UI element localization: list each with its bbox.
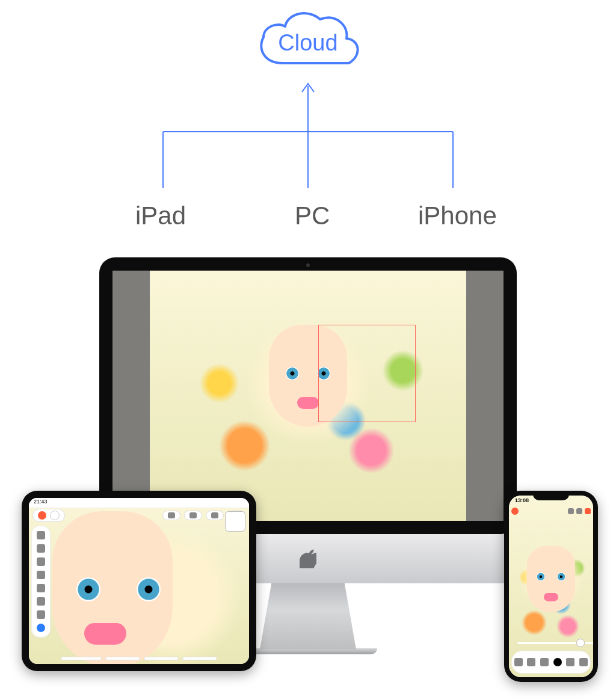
bottom-pill[interactable] xyxy=(182,657,217,660)
pc-stand xyxy=(260,583,356,649)
ipad-canvas xyxy=(29,498,249,664)
bottom-pill[interactable] xyxy=(105,657,140,660)
eraser-tool-icon[interactable] xyxy=(37,584,45,592)
pc-canvas xyxy=(150,271,466,521)
fill-tool-icon[interactable] xyxy=(37,597,45,606)
ipad-mockup: 21:43 xyxy=(22,491,256,671)
iphone-canvas xyxy=(509,496,593,677)
redo-icon xyxy=(189,512,197,518)
connector-lines xyxy=(139,75,477,195)
ipad-status-bar: 21:43 xyxy=(29,498,249,508)
ipad-time: 21:43 xyxy=(34,499,48,505)
ipad-tool-rail xyxy=(31,526,51,637)
redo-button[interactable] xyxy=(184,511,202,520)
brush-size-slider[interactable] xyxy=(517,639,585,647)
undo-icon xyxy=(168,512,175,518)
move-tool-icon[interactable] xyxy=(37,531,45,539)
apple-logo-icon xyxy=(300,549,316,568)
tool-icon[interactable] xyxy=(514,658,523,666)
selection-rectangle[interactable] xyxy=(318,325,416,422)
label-iphone: iPhone xyxy=(418,201,497,230)
ipad-toolbar xyxy=(32,509,245,522)
ipad-right-panel xyxy=(225,511,245,532)
layers-icon xyxy=(211,512,218,518)
color-swatch-icon xyxy=(38,511,46,520)
tool-icon[interactable] xyxy=(566,658,574,666)
iphone-time: 13:08 xyxy=(515,497,529,503)
select-tool-icon[interactable] xyxy=(37,544,45,553)
redo-icon[interactable] xyxy=(576,508,582,514)
layers-button[interactable] xyxy=(206,511,224,520)
bottom-pill[interactable] xyxy=(61,657,102,660)
iphone-bottom-toolbar xyxy=(511,651,591,674)
undo-button[interactable] xyxy=(162,511,180,520)
layer-thumbnail[interactable] xyxy=(225,511,245,532)
iphone-screen: 13:08 xyxy=(509,496,593,677)
ipad-screen: 21:43 xyxy=(29,498,249,664)
color-swatch-icon xyxy=(50,511,60,520)
iphone-mockup: 13:08 xyxy=(504,491,598,682)
iphone-top-toolbar xyxy=(511,508,591,515)
text-tool-icon[interactable] xyxy=(37,610,45,619)
tool-icon[interactable] xyxy=(579,658,588,666)
color-swatch-icon[interactable] xyxy=(511,508,519,515)
cloud-icon xyxy=(253,6,363,72)
layers-icon[interactable] xyxy=(585,508,591,514)
bottom-pill[interactable] xyxy=(144,657,179,660)
iphone-status-bar: 13:08 xyxy=(509,496,593,506)
artwork-face xyxy=(52,511,173,664)
crop-tool-icon[interactable] xyxy=(37,557,45,566)
cloud-sync-diagram: Cloud iPad PC iPhone xyxy=(0,0,616,259)
label-ipad: iPad xyxy=(135,201,186,230)
active-tool-icon[interactable] xyxy=(37,624,45,632)
brush-tool-icon[interactable] xyxy=(37,571,45,579)
tool-icon[interactable] xyxy=(527,658,535,666)
tool-icon[interactable] xyxy=(540,658,549,666)
brush-tool-icon[interactable] xyxy=(553,658,562,666)
device-mockups: 21:43 xyxy=(0,257,616,696)
label-pc: PC xyxy=(295,201,330,230)
artwork-face xyxy=(527,546,575,612)
undo-icon[interactable] xyxy=(568,508,574,514)
pc-screen xyxy=(112,271,504,521)
ipad-bottom-bar xyxy=(29,657,249,660)
ipad-color-pill[interactable] xyxy=(32,509,65,522)
